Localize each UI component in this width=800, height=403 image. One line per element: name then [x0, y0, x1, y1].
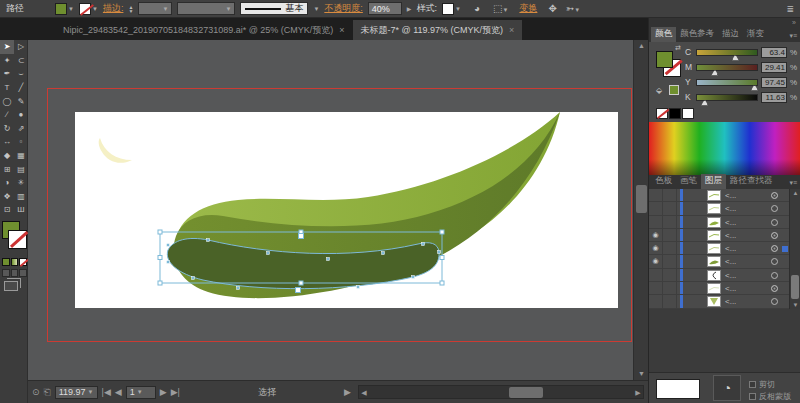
target-circle-icon[interactable]	[771, 272, 778, 279]
stroke-weight-dropdown[interactable]: ▼	[138, 2, 172, 15]
chevron-right-icon[interactable]: ▶	[407, 5, 412, 12]
visibility-eye-icon[interactable]	[649, 269, 663, 281]
layer-name[interactable]: <...	[725, 257, 736, 266]
next-artboard-icon[interactable]: ▶	[160, 387, 167, 397]
slider-thumb[interactable]	[701, 100, 708, 106]
layer-row-3[interactable]: <...	[649, 216, 800, 229]
anchor-point[interactable]	[412, 276, 415, 279]
close-tab-icon[interactable]: ×	[339, 25, 344, 35]
black-swatch[interactable]	[669, 108, 681, 119]
slider-track[interactable]	[696, 64, 758, 71]
layer-name[interactable]: <...	[725, 284, 736, 293]
lock-toggle-cell[interactable]	[663, 255, 677, 267]
visibility-eye-icon[interactable]	[649, 295, 663, 307]
document-tab-1[interactable]: Nipic_29483542_20190705184832731089.ai* …	[55, 20, 353, 40]
none-swatch[interactable]	[656, 108, 668, 119]
scroll-down-icon[interactable]: ▼	[634, 368, 649, 380]
mask-thumbnail[interactable]	[656, 379, 700, 399]
symbol-sprayer-tool[interactable]: ❖	[0, 190, 14, 204]
layer-name[interactable]: <...	[725, 231, 736, 240]
layer-row-6[interactable]: ◉<...	[649, 255, 800, 268]
slider-thumb[interactable]	[711, 70, 718, 76]
anchor-point[interactable]	[192, 277, 195, 280]
visibility-eye-icon[interactable]	[649, 216, 663, 228]
anchor-point[interactable]	[237, 287, 240, 290]
layer-thumbnail[interactable]	[707, 243, 721, 254]
color-mode-button[interactable]	[2, 258, 10, 266]
panel-group2-tab[interactable]: 色板	[651, 174, 676, 189]
cmyk-slider-m[interactable]: M29.41%	[685, 61, 797, 73]
mask-link-icon[interactable]: ◔	[713, 375, 741, 401]
bbox-handle[interactable]	[158, 230, 162, 234]
panel-group2-tab[interactable]: 图层	[701, 174, 726, 189]
pen-tool[interactable]: ✒	[0, 67, 14, 81]
anchor-point[interactable]	[327, 258, 330, 261]
screen-mode-full-button[interactable]	[19, 269, 27, 277]
opacity-field[interactable]: 40%	[368, 2, 402, 15]
bbox-handle[interactable]	[440, 230, 444, 234]
artwork-svg[interactable]	[28, 40, 633, 380]
anchor-point[interactable]	[422, 243, 425, 246]
cmyk-slider-y[interactable]: Y97.45%	[685, 76, 797, 88]
type-tool[interactable]: T	[0, 81, 14, 95]
visibility-eye-icon[interactable]: ◉	[649, 242, 663, 254]
change-screen-mode-icon[interactable]	[4, 281, 18, 291]
artboard-nav-field[interactable]: 1 ▼	[126, 386, 156, 399]
shape-builder-tool[interactable]: ◆	[0, 149, 14, 163]
white-swatch[interactable]	[682, 108, 694, 119]
selected-anchor-point[interactable]	[299, 234, 304, 239]
target-circle-icon[interactable]	[771, 192, 778, 199]
target-circle-icon[interactable]	[771, 298, 778, 305]
out-of-gamut-icon[interactable]: ⬙	[656, 86, 662, 95]
layer-thumbnail[interactable]	[707, 256, 721, 267]
ellipse-tool[interactable]: ◯	[0, 94, 14, 108]
layer-row-4[interactable]: ◉<...	[649, 229, 800, 242]
panel-group2-tab[interactable]: 画笔	[676, 174, 701, 189]
scroll-left-icon[interactable]: ◀	[359, 386, 369, 399]
eyedropper-tool[interactable]: ◑	[0, 176, 14, 190]
slider-track[interactable]	[696, 49, 758, 56]
control-panel-menu-icon[interactable]: ≣	[786, 4, 794, 14]
chevron-down-icon[interactable]: ▼	[313, 6, 319, 12]
target-circle-icon[interactable]	[771, 232, 778, 239]
zoom-level-field[interactable]: 119.97 ▼	[55, 386, 98, 399]
visibility-eye-icon[interactable]: ◉	[649, 255, 663, 267]
panel-menu-icon[interactable]: ▾≡	[789, 179, 797, 187]
document-tab-2[interactable]: 未标题-7* @ 119.97% (CMYK/预览)×	[353, 20, 523, 40]
layer-row-1[interactable]: <...	[649, 189, 800, 202]
layer-name[interactable]: <...	[725, 204, 736, 213]
fill-color-button[interactable]: ▼	[55, 3, 74, 15]
perspective-grid-tool[interactable]: ▦	[14, 149, 28, 163]
opacity-link[interactable]: 不透明度:	[324, 2, 363, 15]
lock-toggle-cell[interactable]	[663, 242, 677, 254]
cmyk-slider-k[interactable]: K11.63%	[685, 91, 797, 103]
free-transform-tool[interactable]: ▫	[14, 135, 28, 149]
lock-toggle-cell[interactable]	[663, 229, 677, 241]
gradient-mode-button[interactable]	[11, 258, 19, 266]
lock-toggle-cell[interactable]	[663, 269, 677, 281]
panel-fill-swatch[interactable]	[656, 51, 673, 68]
target-circle-icon[interactable]	[771, 205, 778, 212]
slider-track[interactable]	[696, 79, 758, 86]
arrange-icon[interactable]: ➳▼	[566, 3, 580, 14]
style-swatch-button[interactable]: ▼	[442, 3, 461, 15]
layer-name[interactable]: <...	[725, 244, 736, 253]
artboard-tool[interactable]: ⊡	[0, 203, 14, 217]
slider-thumb[interactable]	[732, 55, 739, 61]
slider-track[interactable]	[696, 94, 758, 101]
close-tab-icon[interactable]: ×	[509, 25, 514, 35]
stroke-proxy-swatch[interactable]	[9, 231, 26, 248]
bbox-handle[interactable]	[158, 256, 162, 260]
anchor-point[interactable]	[382, 252, 385, 255]
scale-tool[interactable]: ⇗	[14, 122, 28, 136]
lock-toggle-cell[interactable]	[663, 282, 677, 294]
curvature-tool[interactable]: ⌣	[14, 67, 28, 81]
clip-checkbox[interactable]: 剪切	[749, 379, 775, 390]
bbox-handle[interactable]	[158, 281, 162, 285]
layer-thumbnail[interactable]	[707, 296, 721, 307]
bridge-icon[interactable]: ⎗	[44, 387, 51, 398]
layer-name[interactable]: <...	[725, 297, 736, 306]
magic-wand-tool[interactable]: ✦	[0, 54, 14, 68]
isolate-icon[interactable]: ✥	[548, 3, 556, 14]
panel-group2-tab[interactable]: 路径查找器	[726, 174, 777, 189]
